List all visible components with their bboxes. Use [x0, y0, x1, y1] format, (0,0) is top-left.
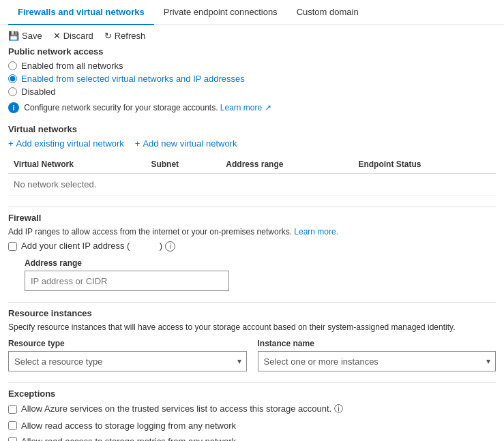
- content: Public network access Enabled from all n…: [0, 46, 504, 441]
- public-network-access-section: Public network access Enabled from all n…: [8, 46, 496, 113]
- exceptions-list: Allow Azure services on the trusted serv…: [8, 403, 496, 441]
- refresh-button[interactable]: ↻ Refresh: [104, 31, 146, 41]
- resource-type-field: Resource type Select a resource type: [8, 339, 247, 371]
- radio-selected-networks[interactable]: Enabled from selected virtual networks a…: [8, 74, 496, 84]
- instance-name-select[interactable]: Select one or more instances: [258, 351, 496, 371]
- radio-all-networks[interactable]: Enabled from all networks: [8, 61, 496, 71]
- save-icon: 💾: [8, 31, 19, 41]
- resource-instances-section: Resource instances Specify resource inst…: [8, 308, 496, 371]
- instance-name-label: Instance name: [258, 339, 496, 348]
- exception-item-1[interactable]: Allow read access to storage logging fro…: [8, 421, 496, 431]
- radio-disabled[interactable]: Disabled: [8, 87, 496, 97]
- firewall-title: Firewall: [8, 213, 496, 223]
- resource-instances-title: Resource instances: [8, 308, 496, 318]
- table-row-empty: No network selected.: [8, 174, 496, 196]
- toolbar: 💾 Save ✕ Discard ↻ Refresh: [0, 25, 504, 46]
- plus-icon-existing: +: [8, 138, 14, 149]
- address-range-label: Address range: [25, 258, 496, 268]
- virtual-networks-title: Virtual networks: [8, 124, 496, 134]
- resource-type-select[interactable]: Select a resource type: [8, 351, 247, 371]
- discard-button[interactable]: ✕ Discard: [53, 31, 93, 41]
- public-network-access-title: Public network access: [8, 46, 496, 57]
- col-address-range: Address range: [220, 155, 353, 174]
- info-circle-ip: i: [165, 241, 175, 252]
- add-new-vnet-button[interactable]: + Add new virtual network: [135, 138, 237, 149]
- col-virtual-network: Virtual Network: [8, 155, 145, 174]
- instance-name-field: Instance name Select one or more instanc…: [258, 339, 496, 371]
- exceptions-section: Exceptions Allow Azure services on the t…: [8, 389, 496, 441]
- plus-icon-new: +: [135, 138, 140, 149]
- virtual-networks-section: Virtual networks + Add existing virtual …: [8, 124, 496, 196]
- save-button[interactable]: 💾 Save: [8, 31, 42, 41]
- ip-input[interactable]: [25, 271, 229, 291]
- col-endpoint-status: Endpoint Status: [353, 155, 496, 174]
- resource-fields: Resource type Select a resource type Ins…: [8, 339, 496, 371]
- add-existing-vnet-button[interactable]: + Add existing virtual network: [8, 138, 124, 149]
- exception-item-0[interactable]: Allow Azure services on the trusted serv…: [8, 403, 496, 415]
- add-client-ip-checkbox[interactable]: Add your client IP address ( ) i: [8, 241, 496, 252]
- resource-type-select-wrapper: Select a resource type: [8, 351, 247, 371]
- vnet-actions: + Add existing virtual network + Add new…: [8, 138, 496, 149]
- divider-3: [8, 382, 496, 383]
- discard-icon: ✕: [53, 31, 61, 41]
- instance-name-select-wrapper: Select one or more instances: [258, 351, 496, 371]
- configure-info: i Configure network security for your st…: [8, 102, 496, 113]
- firewall-desc: Add IP ranges to allow access from the i…: [8, 227, 496, 237]
- divider-2: [8, 302, 496, 303]
- info-icon: i: [8, 102, 19, 113]
- radio-group-public-access: Enabled from all networks Enabled from s…: [8, 61, 496, 97]
- exceptions-title: Exceptions: [8, 389, 496, 399]
- vnet-table: Virtual Network Subnet Address range End…: [8, 155, 496, 196]
- refresh-icon: ↻: [104, 31, 112, 41]
- firewall-learn-more[interactable]: Learn more.: [294, 227, 338, 237]
- learn-more-link[interactable]: Learn more ↗: [220, 103, 271, 112]
- resource-instances-desc: Specify resource instances that will hav…: [8, 322, 496, 332]
- tabs-bar: Firewalls and virtual networks Private e…: [0, 0, 504, 25]
- divider-1: [8, 207, 496, 207]
- empty-message: No network selected.: [8, 174, 496, 196]
- exception-item-2[interactable]: Allow read access to storage metrics fro…: [8, 436, 496, 441]
- tab-custom-domain[interactable]: Custom domain: [287, 0, 368, 25]
- tab-private-endpoints[interactable]: Private endpoint connections: [154, 0, 287, 25]
- tab-firewalls[interactable]: Firewalls and virtual networks: [8, 0, 154, 25]
- resource-type-label: Resource type: [8, 339, 247, 348]
- firewall-section: Firewall Add IP ranges to allow access f…: [8, 213, 496, 291]
- col-subnet: Subnet: [145, 155, 220, 174]
